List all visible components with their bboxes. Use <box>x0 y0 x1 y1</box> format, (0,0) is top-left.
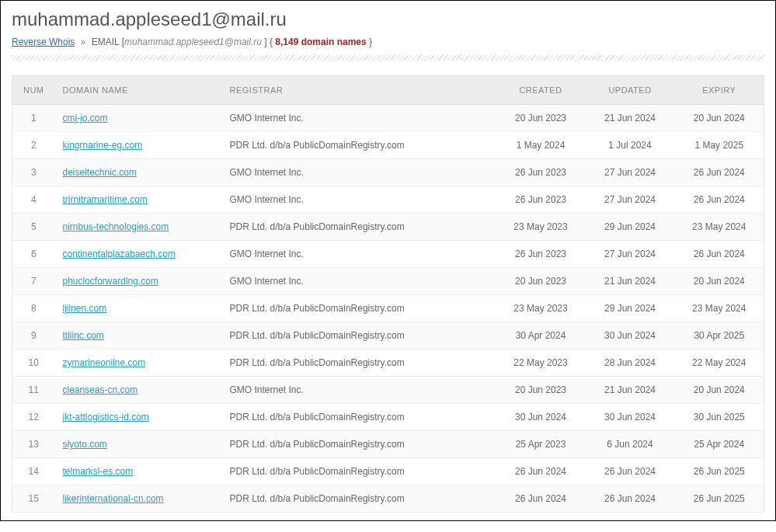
cell-registrar: GMO Internet Inc. <box>222 241 496 268</box>
page-title: muhammad.appleseed1@mail.ru <box>12 9 764 30</box>
cell-expiry: 26 Jun 2025 <box>675 458 764 485</box>
cell-created: 25 Apr 2023 <box>496 431 586 458</box>
col-expiry[interactable]: EXPIRY <box>675 76 764 105</box>
cell-num: 6 <box>12 241 55 268</box>
cell-expiry: 20 Jun 2024 <box>675 377 764 404</box>
cell-domain: jkt-attlogistics-id.com <box>55 404 222 431</box>
page-container: muhammad.appleseed1@mail.ru Reverse Whoi… <box>0 0 776 521</box>
cell-expiry: 26 Jun 2025 <box>675 485 764 513</box>
cell-created: 26 Jun 2023 <box>496 241 586 268</box>
table-row: 7phuclocforwardlng.comGMO Internet Inc.2… <box>12 268 764 295</box>
cell-created: 26 Jun 2023 <box>496 186 586 214</box>
col-num[interactable]: NUM <box>12 76 55 105</box>
cell-num: 2 <box>12 132 55 159</box>
cell-created: 23 May 2023 <box>496 295 586 322</box>
cell-created: 20 Jun 2023 <box>496 105 586 132</box>
cell-updated: 21 Jun 2024 <box>586 105 675 132</box>
col-registrar[interactable]: REGISTRAR <box>222 76 496 105</box>
table-row: 1cmj-jo.comGMO Internet Inc.20 Jun 20232… <box>12 105 764 132</box>
cell-domain: continentalplazabaech.com <box>55 241 222 268</box>
cell-updated: 27 Jun 2024 <box>586 186 675 214</box>
hatched-divider <box>12 55 764 60</box>
cell-num: 12 <box>12 404 55 431</box>
cell-created: 20 Jun 2023 <box>496 268 586 295</box>
breadcrumb-separator: » <box>81 37 86 47</box>
count-close: } <box>369 37 372 47</box>
domains-table: NUM DOMAIN NAME REGISTRAR CREATED UPDATE… <box>12 75 764 513</box>
table-row: 13slyoto.comPDR Ltd. d/b/a PublicDomainR… <box>12 431 764 458</box>
cell-num: 4 <box>12 186 55 214</box>
table-header: NUM DOMAIN NAME REGISTRAR CREATED UPDATE… <box>12 76 764 105</box>
table-body: 1cmj-jo.comGMO Internet Inc.20 Jun 20232… <box>12 105 764 513</box>
breadcrumb: Reverse Whois » EMAIL [muhammad.applesee… <box>12 37 764 47</box>
cell-expiry: 30 Apr 2025 <box>675 322 764 349</box>
cell-created: 26 Jun 2024 <box>496 458 586 485</box>
cell-expiry: 26 Jun 2024 <box>675 186 764 214</box>
cell-num: 14 <box>12 458 55 485</box>
domain-link[interactable]: deiseltechnic.com <box>63 167 137 178</box>
domain-link[interactable]: slyoto.com <box>63 439 107 450</box>
cell-num: 10 <box>12 349 55 377</box>
domain-link[interactable]: jkt-attlogistics-id.com <box>63 412 149 422</box>
col-created[interactable]: CREATED <box>496 76 586 105</box>
domain-link[interactable]: phuclocforwardlng.com <box>63 276 158 287</box>
cell-domain: telmarksl-es.com <box>55 458 222 485</box>
domain-link[interactable]: trirnitramaritime.com <box>63 194 148 205</box>
table-row: 2kingrnarine-eg.comPDR Ltd. d/b/a Public… <box>12 132 764 159</box>
cell-created: 26 Jun 2023 <box>496 159 586 186</box>
col-updated[interactable]: UPDATED <box>586 76 675 105</box>
cell-expiry: 20 Jun 2024 <box>675 105 764 132</box>
cell-num: 1 <box>12 105 55 132</box>
cell-updated: 29 Jun 2024 <box>586 295 675 322</box>
table-row: 12jkt-attlogistics-id.comPDR Ltd. d/b/a … <box>12 404 764 431</box>
cell-expiry: 22 May 2024 <box>675 349 764 377</box>
cell-registrar: PDR Ltd. d/b/a PublicDomainRegistry.com <box>222 132 496 159</box>
cell-num: 7 <box>12 268 55 295</box>
cell-domain: cleanseas-cn.com <box>55 377 222 404</box>
cell-registrar: PDR Ltd. d/b/a PublicDomainRegistry.com <box>222 485 496 513</box>
domain-link[interactable]: telmarksl-es.com <box>63 466 134 477</box>
domain-link[interactable]: cleanseas-cn.com <box>63 384 138 395</box>
table-row: 15likerinternational-cn.comPDR Ltd. d/b/… <box>12 485 764 513</box>
cell-registrar: PDR Ltd. d/b/a PublicDomainRegistry.com <box>222 295 496 322</box>
cell-updated: 21 Jun 2024 <box>586 268 675 295</box>
domain-link[interactable]: likerinternational-cn.com <box>63 493 164 504</box>
cell-updated: 1 Jul 2024 <box>586 132 675 159</box>
cell-expiry: 25 Apr 2024 <box>675 431 764 458</box>
content-area: NUM DOMAIN NAME REGISTRAR CREATED UPDATE… <box>1 75 775 520</box>
cell-num: 3 <box>12 159 55 186</box>
cell-domain: ttliinc.com <box>55 322 222 349</box>
cell-registrar: PDR Ltd. d/b/a PublicDomainRegistry.com <box>222 214 496 241</box>
table-row: 8ljilnen.comPDR Ltd. d/b/a PublicDomainR… <box>12 295 764 322</box>
cell-updated: 6 Jun 2024 <box>586 431 675 458</box>
cell-created: 20 Jun 2023 <box>496 377 586 404</box>
domain-link[interactable]: zymarineonilne.com <box>63 357 146 368</box>
cell-domain: trirnitramaritime.com <box>55 186 222 214</box>
col-domain[interactable]: DOMAIN NAME <box>55 76 222 105</box>
domain-link[interactable]: cmj-jo.com <box>63 113 108 123</box>
cell-created: 30 Apr 2024 <box>496 322 586 349</box>
table-row: 9ttliinc.comPDR Ltd. d/b/a PublicDomainR… <box>12 322 764 349</box>
cell-updated: 30 Jun 2024 <box>586 404 675 431</box>
cell-registrar: PDR Ltd. d/b/a PublicDomainRegistry.com <box>222 404 496 431</box>
cell-domain: likerinternational-cn.com <box>55 485 222 513</box>
cell-created: 1 May 2024 <box>496 132 586 159</box>
count-open: { <box>270 37 273 47</box>
cell-expiry: 26 Jun 2024 <box>675 241 764 268</box>
cell-domain: zymarineonilne.com <box>55 349 222 377</box>
table-row: 11cleanseas-cn.comGMO Internet Inc.20 Ju… <box>12 377 764 404</box>
domain-link[interactable]: ljilnen.com <box>63 303 107 314</box>
domain-link[interactable]: kingrnarine-eg.com <box>63 140 143 151</box>
cell-registrar: GMO Internet Inc. <box>222 268 496 295</box>
domain-link[interactable]: nirnbus-technologies.com <box>63 221 169 232</box>
domain-link[interactable]: ttliinc.com <box>63 330 104 341</box>
reverse-whois-link[interactable]: Reverse Whois <box>12 37 75 47</box>
domain-link[interactable]: continentalplazabaech.com <box>63 249 176 259</box>
cell-domain: cmj-jo.com <box>55 105 222 132</box>
breadcrumb-tag-label: EMAIL <box>92 37 120 47</box>
cell-updated: 30 Jun 2024 <box>586 322 675 349</box>
cell-registrar: GMO Internet Inc. <box>222 159 496 186</box>
cell-updated: 21 Jun 2024 <box>586 377 675 404</box>
table-row: 5nirnbus-technologies.comPDR Ltd. d/b/a … <box>12 214 764 241</box>
cell-updated: 28 Jun 2024 <box>586 349 675 377</box>
